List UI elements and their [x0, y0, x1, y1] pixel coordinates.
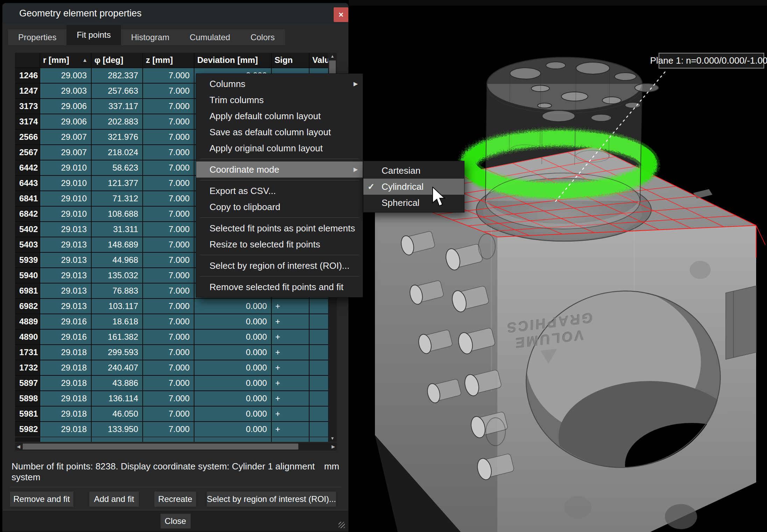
- context-menu-item[interactable]: Export as CSV... ▶: [196, 183, 363, 199]
- row-value-cell[interactable]: [310, 391, 331, 406]
- row-value-cell[interactable]: [310, 422, 331, 437]
- row-r-cell[interactable]: 29.018: [40, 391, 91, 406]
- column-header-phi[interactable]: φ [deg]: [92, 53, 142, 67]
- row-id-cell[interactable]: 6841: [15, 191, 40, 206]
- scroll-right-icon[interactable]: ▶: [330, 443, 337, 451]
- row-deviation-cell[interactable]: 0.000: [194, 391, 271, 406]
- row-id-cell[interactable]: 6442: [15, 160, 40, 175]
- row-r-cell[interactable]: 29.013: [40, 253, 91, 267]
- column-header-deviation[interactable]: Deviation [mm]: [194, 53, 271, 67]
- row-phi-cell[interactable]: 31.311: [92, 222, 142, 237]
- row-id-cell[interactable]: 5939: [15, 253, 40, 267]
- context-menu-item[interactable]: Trim columns ▶: [196, 92, 363, 108]
- row-z-cell[interactable]: 7.000: [143, 114, 194, 129]
- row-z-cell[interactable]: 7.000: [143, 130, 194, 144]
- row-r-cell[interactable]: 29.007: [40, 130, 91, 144]
- context-menu-item[interactable]: Select by region of interest (ROI)... ▶: [196, 258, 363, 274]
- row-z-cell[interactable]: 7.000: [143, 253, 194, 267]
- row-id-cell[interactable]: 4889: [15, 314, 40, 329]
- context-menu-item[interactable]: Selected fit points as point elements ▶: [196, 220, 363, 236]
- row-r-cell[interactable]: 29.013: [40, 237, 91, 252]
- row-r-cell[interactable]: 29.018: [40, 360, 91, 375]
- row-z-cell[interactable]: 7.000: [143, 160, 194, 175]
- resize-grip[interactable]: [339, 522, 345, 528]
- row-phi-cell[interactable]: 282.337: [92, 68, 142, 83]
- row-z-cell[interactable]: 7.000: [143, 407, 194, 421]
- row-z-cell[interactable]: 7.000: [143, 345, 194, 360]
- row-id-cell[interactable]: 5897: [15, 376, 40, 390]
- horizontal-scrollbar[interactable]: ◀ ▶: [15, 443, 337, 451]
- row-sign-cell[interactable]: +: [272, 391, 309, 406]
- row-phi-cell[interactable]: 257.663: [92, 84, 142, 98]
- submenu-item[interactable]: ✓ Cartesian: [363, 163, 464, 179]
- column-header-index[interactable]: [15, 53, 40, 67]
- scroll-down-icon[interactable]: ▼: [328, 435, 337, 442]
- row-sign-cell[interactable]: +: [272, 330, 309, 344]
- row-deviation-cell[interactable]: 0.000: [194, 422, 271, 437]
- row-r-cell[interactable]: 29.010: [40, 176, 91, 190]
- column-header-z[interactable]: z [mm]: [143, 53, 194, 67]
- submenu-item[interactable]: ✓ Cylindrical: [363, 179, 464, 195]
- row-deviation-cell[interactable]: 0.000: [194, 407, 271, 421]
- row-z-cell[interactable]: 7.000: [143, 268, 194, 283]
- scroll-up-icon[interactable]: ▲: [328, 53, 337, 60]
- row-id-cell[interactable]: 3174: [15, 114, 40, 129]
- row-deviation-cell[interactable]: 0.000: [194, 360, 271, 375]
- row-phi-cell[interactable]: 135.032: [92, 268, 142, 283]
- row-z-cell[interactable]: 7.000: [143, 376, 194, 390]
- row-id-cell[interactable]: 1732: [15, 360, 40, 375]
- row-phi-cell[interactable]: 133.950: [92, 422, 142, 437]
- row-id-cell[interactable]: 5982: [15, 422, 40, 437]
- column-header-value[interactable]: Value: [310, 53, 331, 67]
- row-z-cell[interactable]: 7.000: [143, 422, 194, 437]
- row-z-cell[interactable]: 7.000: [143, 222, 194, 237]
- context-menu-item[interactable]: Apply default column layout ▶: [196, 108, 363, 124]
- row-r-cell[interactable]: 29.003: [40, 68, 91, 83]
- row-r-cell[interactable]: 29.003: [40, 84, 91, 98]
- context-menu-item[interactable]: ▶: [200, 180, 359, 180]
- row-phi-cell[interactable]: 46.050: [92, 407, 142, 421]
- context-menu-item[interactable]: Copy to clipboard ▶: [196, 199, 363, 215]
- row-value-cell[interactable]: [310, 407, 331, 421]
- row-phi-cell[interactable]: 148.689: [92, 237, 142, 252]
- row-r-cell[interactable]: 29.013: [40, 283, 91, 298]
- row-r-cell[interactable]: 29.006: [40, 114, 91, 129]
- row-deviation-cell[interactable]: 0.000: [194, 345, 271, 360]
- row-z-cell[interactable]: 7.000: [143, 68, 194, 83]
- row-id-cell[interactable]: 6842: [15, 207, 40, 221]
- row-z-cell[interactable]: 7.000: [143, 360, 194, 375]
- context-menu-item[interactable]: ▶: [200, 255, 359, 255]
- row-phi-cell[interactable]: 71.312: [92, 191, 142, 206]
- row-z-cell[interactable]: 7.000: [143, 330, 194, 344]
- context-menu-item[interactable]: ▶: [200, 159, 359, 159]
- row-phi-cell[interactable]: 108.688: [92, 207, 142, 221]
- select-roi-button[interactable]: Select by region of interest (ROI)...: [206, 491, 336, 507]
- row-r-cell[interactable]: 29.010: [40, 160, 91, 175]
- recreate-button[interactable]: Recreate: [154, 491, 197, 507]
- row-value-cell[interactable]: [310, 299, 331, 314]
- tab[interactable]: Properties: [8, 29, 66, 45]
- row-phi-cell[interactable]: 58.623: [92, 160, 142, 175]
- row-z-cell[interactable]: 7.000: [143, 391, 194, 406]
- row-sign-cell[interactable]: +: [272, 376, 309, 390]
- row-id-cell[interactable]: 4890: [15, 330, 40, 344]
- row-z-cell[interactable]: 7.000: [143, 99, 194, 114]
- row-phi-cell[interactable]: 218.024: [92, 145, 142, 160]
- row-r-cell[interactable]: 29.010: [40, 191, 91, 206]
- row-phi-cell[interactable]: 44.968: [92, 253, 142, 267]
- row-r-cell[interactable]: 29.013: [40, 268, 91, 283]
- row-phi-cell[interactable]: 299.593: [92, 345, 142, 360]
- row-deviation-cell[interactable]: 0.000: [194, 299, 271, 314]
- row-phi-cell[interactable]: 321.976: [92, 130, 142, 144]
- row-r-cell[interactable]: 29.016: [40, 330, 91, 344]
- row-phi-cell[interactable]: 43.886: [92, 376, 142, 390]
- row-value-cell[interactable]: [310, 376, 331, 390]
- row-value-cell[interactable]: [310, 345, 331, 360]
- horizontal-scroll-thumb[interactable]: [23, 444, 298, 450]
- row-deviation-cell[interactable]: 0.000: [194, 314, 271, 329]
- scroll-left-icon[interactable]: ◀: [15, 443, 22, 451]
- row-id-cell[interactable]: 2566: [15, 130, 40, 144]
- close-button[interactable]: ×: [334, 7, 348, 22]
- row-id-cell[interactable]: 3173: [15, 99, 40, 114]
- row-phi-cell[interactable]: 76.883: [92, 283, 142, 298]
